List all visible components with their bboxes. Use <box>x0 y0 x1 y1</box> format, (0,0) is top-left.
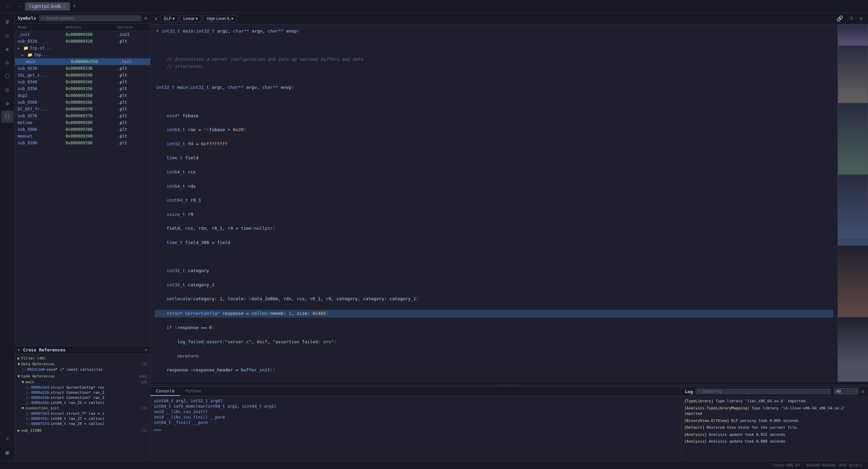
tab-close-button[interactable]: ✕ <box>63 4 66 9</box>
table-row[interactable]: SSL_get_s... 0x000009340 .plt <box>15 72 150 79</box>
code-references-header[interactable]: ▼ Code References {46} <box>15 373 150 379</box>
activity-hash-icon[interactable]: # <box>1 16 14 28</box>
crossref-item[interactable]: |← 0000f55c int64_t rax_27 = calloc( <box>19 416 150 421</box>
crossref-item[interactable]: |← 0000a3a9 struct ServerConfig* res <box>19 385 150 390</box>
filter-label: Filter (48) <box>21 356 46 361</box>
status-bar: linux-x86_64 0xa3a9–0xa3ae (0x5 bytes) <box>0 461 868 469</box>
main-layout: # ⌂ ◈ ⊙ ⬡ ◎ ⬗ 〈〉 ⌕ ▣ Symbols ⌕ ≡ Name <box>0 13 868 461</box>
code-line-r9: ssize_t r9 <box>156 211 832 218</box>
menu-icon-button[interactable]: ≡ <box>858 15 864 22</box>
font-icon-button[interactable]: Ａ <box>847 14 855 23</box>
log-filter-select[interactable]: All Info Warning Error <box>834 388 859 395</box>
address-label: 0xa3a9–0xa3ae (0x5 bytes) <box>806 463 863 467</box>
symbols-menu-icon[interactable]: ≡ <box>144 15 147 21</box>
symbols-header: Symbols ⌕ ≡ <box>15 13 150 24</box>
linear-label: Linear ▾ <box>183 16 198 21</box>
crossref-item[interactable]: |← 0000a56b int64_t rax_25 = calloc( <box>19 400 150 405</box>
activity-tag-icon[interactable]: ◈ <box>1 43 14 55</box>
data-references-header[interactable]: ▼ Data References {1} <box>15 361 150 367</box>
table-row-main[interactable]: main 0x00000a350 .text <box>15 58 150 65</box>
linear-button[interactable]: Linear ▾ <box>180 15 202 22</box>
sub11480-count: {1} <box>141 428 147 433</box>
symbols-search-icon: ⌕ <box>42 16 44 21</box>
symbols-search-wrap: ⌕ <box>39 15 142 21</box>
pin-icon[interactable]: ⊕ <box>145 347 147 352</box>
table-row[interactable]: sub_9366 0x000009366 .plt <box>15 99 150 106</box>
table-row[interactable]: dup2 0x000009360 .plt <box>15 92 150 99</box>
log-panel: Log ⌕ All Info Warning Error ▾ <box>682 387 868 461</box>
table-row[interactable]: sub_9356 0x000009356 .plt <box>15 85 150 92</box>
sub11480-label: sub_11480 <box>21 428 42 433</box>
high-level-button[interactable]: High Level IL ▾ <box>203 15 237 22</box>
log-line: [Analysis.TypeLibraryMapping] Type libra… <box>684 405 865 417</box>
log-search-input[interactable] <box>702 389 829 394</box>
activity-bookmark-icon[interactable]: ⊙ <box>1 56 14 68</box>
data-ref-toggle: ▼ <box>18 362 20 366</box>
crossref-item[interactable]: |← 0000a54b struct Connection* rax_2 <box>19 395 150 400</box>
code-line-if: if (response == 0) <box>156 324 832 331</box>
code-view[interactable]: ⚡ int32_t main(int32_t argc, char** argv… <box>151 24 837 382</box>
symbols-title: Symbols <box>18 16 36 21</box>
code-ref-conn-header[interactable]: ▼ connection_init {3} <box>19 405 150 411</box>
table-row[interactable]: ▶ 📁Tcp-st... <box>15 45 150 52</box>
table-row[interactable]: _init 0x000009308 .init <box>15 31 150 38</box>
activity-debug-icon[interactable]: ◎ <box>1 83 14 96</box>
arch-label: linux-x86_64 <box>773 463 800 467</box>
data-ref-label: Data References <box>21 362 55 366</box>
table-row[interactable]: sub_9386 0x000009386 .plt <box>15 126 150 133</box>
code-line-calloc: struct ServerConfig* response = calloc(n… <box>155 310 833 318</box>
link-icon-button[interactable]: 🔗 <box>835 15 845 22</box>
crossref-section: ▼ Cross References ⊕ ▶ Filter (48) ▼ Dat… <box>15 346 150 461</box>
crossref-item[interactable]: |← 0000f3d3 struct struct_7* rax = c <box>19 411 150 416</box>
table-row[interactable]: EC_KEY_fr... 0x000009370 .plt <box>15 106 150 113</box>
table-row[interactable]: sub_9336 0x000009336 .plt <box>15 65 150 72</box>
tab-bar: ← → lighttpd.bndb ✕ + <box>0 0 868 13</box>
code-ref-label: Code References <box>21 374 55 379</box>
sub11480-header[interactable]: ▶ sub_11480 {1} <box>15 428 150 433</box>
comment-line: // Initializes a server configuration an… <box>156 57 363 62</box>
crossref-item[interactable]: |← 0000f57d int64_t rax_29 = calloc( <box>19 421 150 426</box>
symbols-search-input[interactable] <box>45 16 139 21</box>
back-button[interactable]: ← <box>3 2 14 11</box>
table-row[interactable]: sub_9376 0x000009376 .plt <box>15 113 150 119</box>
left-panel: Symbols ⌕ ≡ Name Address Section _init 0… <box>15 13 151 461</box>
activity-layers-icon[interactable]: ⬗ <box>1 97 14 109</box>
crossref-filter[interactable]: ▶ Filter (48) <box>15 355 150 361</box>
code-ref-main-group: ▼ main {4} |← 0000a3a9 struct ServerConf… <box>15 379 150 405</box>
bottom-panel: Console Python uint64_t arg3, int32_t ar… <box>151 386 868 461</box>
activity-diagram-icon[interactable]: ⬡ <box>1 70 14 82</box>
log-content: [TypeLibrary] Type library 'libc_x86_64.… <box>682 396 868 461</box>
activity-code-icon[interactable]: 〈〉 <box>1 110 14 123</box>
elf-button[interactable]: ELF ▾ <box>160 15 178 22</box>
table-row[interactable]: ▶ 📁Imp... <box>15 52 150 58</box>
activity-terminal-icon[interactable]: ▣ <box>1 446 14 458</box>
tab-python[interactable]: Python <box>180 387 207 396</box>
data-ref-item[interactable]: |→ 0023cdd0 void* (* const calloc)(si <box>15 367 150 372</box>
table-row[interactable]: memset 0x000009390 .plt <box>15 133 150 140</box>
console-line: void __libc_csu_init() <box>154 409 678 414</box>
code-line-time: field, rcx, rdx, r8_1, r9 = time(nullptr… <box>156 225 832 232</box>
col-name-header: Name <box>16 24 64 30</box>
table-row[interactable]: sub_9346 0x000009346 .plt <box>15 79 150 85</box>
code-ref-main-header[interactable]: ▼ main {4} <box>19 379 150 385</box>
console-line: uint64_t arg3, int32_t arg4) <box>154 398 678 404</box>
new-tab-button[interactable]: + <box>71 3 78 10</box>
file-tab[interactable]: lighttpd.bndb ✕ <box>25 2 70 11</box>
elf-label: ELF ▾ <box>164 16 174 21</box>
log-menu-icon[interactable]: ≡ <box>861 388 865 395</box>
table-row[interactable]: sub_9320 0x000009320 .plt <box>15 38 150 45</box>
activity-search-icon[interactable]: ⌕ <box>1 432 14 445</box>
col-section-header: Section <box>116 24 149 30</box>
tab-console[interactable]: Console <box>151 387 180 396</box>
crossref-item[interactable]: |← 0000a52b struct Connection* rax_2 <box>19 390 150 395</box>
forward-button[interactable]: → <box>14 2 24 11</box>
code-ref-conn-label: connection_init <box>25 406 59 410</box>
crossref-content: ▶ Filter (48) ▼ Data References {1} |→ 0… <box>15 354 150 461</box>
table-row[interactable]: mktime 0x000009380 .plt <box>15 119 150 126</box>
table-row[interactable]: sub_9396 0x000009396 .plt <box>15 140 150 146</box>
high-level-label: High Level IL ▾ <box>206 16 233 21</box>
log-title: Log <box>685 389 693 394</box>
activity-home-icon[interactable]: ⌂ <box>1 29 14 41</box>
code-line-category1: int32_t category_1 <box>156 282 832 289</box>
data-ref-count: {1} <box>141 362 147 366</box>
